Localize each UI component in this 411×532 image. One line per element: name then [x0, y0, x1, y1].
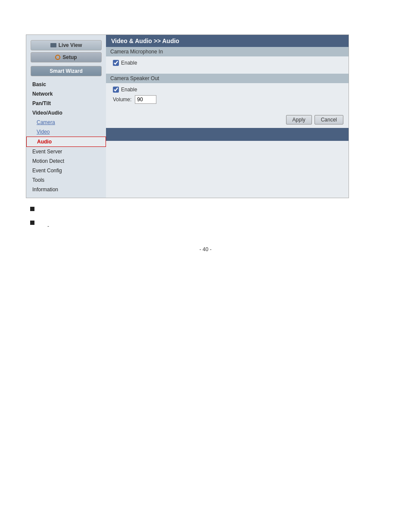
- volume-input[interactable]: [135, 95, 156, 104]
- sidebar-item-video[interactable]: Video: [26, 127, 106, 137]
- apply-button[interactable]: Apply: [286, 115, 312, 124]
- sidebar-item-basic[interactable]: Basic: [26, 80, 106, 89]
- setup-label: Setup: [62, 54, 77, 60]
- sidebar-item-camera[interactable]: Camera: [26, 118, 106, 127]
- footer-panel: [106, 128, 349, 141]
- volume-label: Volume:: [113, 96, 131, 103]
- sidebar-item-pan-tilt[interactable]: Pan/Tilt: [26, 99, 106, 108]
- live-view-label: Live View: [59, 42, 82, 48]
- sidebar-item-tools[interactable]: Tools: [26, 175, 106, 185]
- microphone-enable-row: Enable: [113, 60, 342, 66]
- live-view-button[interactable]: Live View: [31, 40, 102, 50]
- bullet-square-1: [30, 207, 34, 211]
- sidebar: Live View Setup Smart Wizard Basic Netwo…: [26, 35, 106, 198]
- camera-microphone-in-body: Enable: [106, 56, 349, 74]
- ui-panel: Live View Setup Smart Wizard Basic Netwo…: [26, 34, 349, 198]
- sidebar-item-video-audio[interactable]: Video/Audio: [26, 108, 106, 118]
- breadcrumb: Video & Audio >> Audio: [111, 37, 179, 44]
- sidebar-item-information[interactable]: Information: [26, 185, 106, 194]
- speaker-enable-row: Enable: [113, 87, 342, 93]
- main-content: Video & Audio >> Audio Camera Microphone…: [106, 35, 349, 198]
- below-panel: -: [26, 206, 385, 229]
- smart-wizard-button[interactable]: Smart Wizard: [31, 66, 102, 76]
- camera-speaker-out-body: Enable Volume:: [106, 83, 349, 112]
- buttons-row: Apply Cancel: [106, 112, 349, 128]
- sidebar-item-audio[interactable]: Audio: [26, 137, 106, 147]
- camera-speaker-out-header: Camera Speaker Out: [106, 74, 349, 83]
- speaker-enable-checkbox[interactable]: [113, 87, 119, 93]
- main-header: Video & Audio >> Audio: [106, 35, 349, 47]
- sidebar-item-event-config[interactable]: Event Config: [26, 166, 106, 175]
- page-container: Live View Setup Smart Wizard Basic Netwo…: [0, 0, 411, 532]
- camera-microphone-in-header: Camera Microphone In: [106, 47, 349, 56]
- volume-row: Volume:: [113, 95, 342, 104]
- camera-icon: [50, 43, 56, 47]
- sidebar-item-motion-detect[interactable]: Motion Detect: [26, 156, 106, 166]
- bullet-square-2: [30, 221, 34, 225]
- microphone-enable-checkbox[interactable]: [113, 60, 119, 66]
- page-number: - 40 -: [26, 246, 385, 261]
- setup-button[interactable]: Setup: [31, 52, 102, 62]
- smart-wizard-label: Smart Wizard: [50, 68, 83, 74]
- bullet-item-1: [30, 206, 385, 211]
- bullet-text-2: -: [39, 220, 49, 229]
- cancel-button[interactable]: Cancel: [314, 115, 343, 124]
- microphone-enable-label: Enable: [113, 60, 137, 66]
- speaker-enable-label: Enable: [113, 87, 137, 93]
- sidebar-item-event-server[interactable]: Event Server: [26, 147, 106, 156]
- bullet-item-2: -: [30, 220, 385, 229]
- sidebar-item-network[interactable]: Network: [26, 89, 106, 99]
- sub-item-1: -: [39, 223, 49, 229]
- gear-icon: [55, 55, 60, 60]
